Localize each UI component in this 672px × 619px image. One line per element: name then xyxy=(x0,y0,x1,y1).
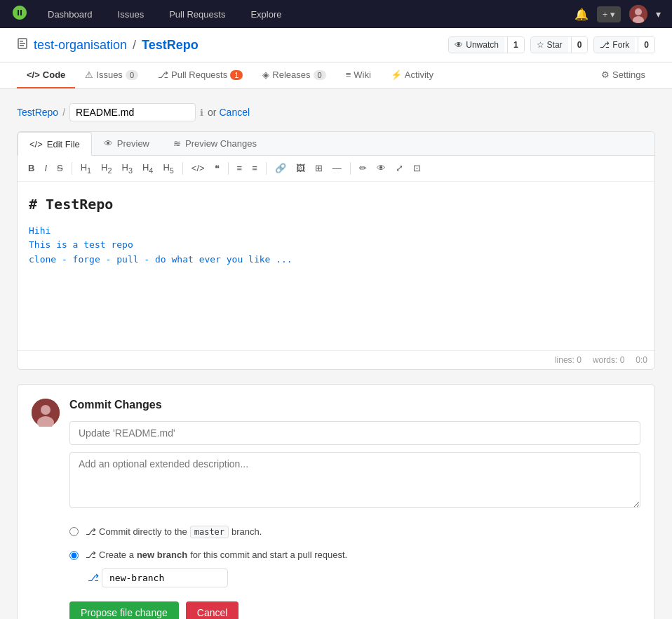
toolbar-sep-2 xyxy=(182,162,183,175)
site-logo[interactable] xyxy=(11,4,28,25)
editor-body[interactable]: # TestRepo Hihi This is a test repo clon… xyxy=(18,182,654,350)
editor-line-1: # TestRepo xyxy=(29,193,643,215)
unwatch-label[interactable]: 👁 Unwatch xyxy=(449,37,504,53)
or-text: or xyxy=(208,107,216,118)
tab-settings[interactable]: ⚙ Settings xyxy=(591,62,655,88)
ol-button[interactable]: ≡ xyxy=(248,161,261,175)
h3-button[interactable]: H3 xyxy=(119,160,136,177)
branch-name-row: ⎇ xyxy=(88,568,640,587)
hr-button[interactable]: — xyxy=(329,161,345,175)
editor-line-2: Hihi xyxy=(29,224,643,239)
side-by-side-button[interactable]: ⊡ xyxy=(410,161,424,175)
table-button[interactable]: ⊞ xyxy=(311,161,326,175)
preview-eye-icon: 👁 xyxy=(104,138,113,149)
fork-button[interactable]: ⎇ Fork 0 xyxy=(593,36,655,53)
pr-badge: 1 xyxy=(230,70,243,80)
create-button[interactable]: + ▾ xyxy=(597,6,621,22)
breadcrumb-repo-link[interactable]: TestRepo xyxy=(17,107,58,118)
unwatch-button[interactable]: 👁 Unwatch 1 xyxy=(448,36,524,53)
nav-explore[interactable]: Explore xyxy=(245,6,287,22)
filename-input[interactable] xyxy=(69,103,196,121)
releases-badge: 0 xyxy=(314,70,326,80)
cancel-link[interactable]: Cancel xyxy=(220,107,250,118)
nav-dashboard[interactable]: Dashboard xyxy=(42,6,98,22)
releases-icon: ◈ xyxy=(262,69,269,80)
lines-count: lines: 0 xyxy=(555,355,582,365)
star-label[interactable]: ☆ Star xyxy=(531,37,568,53)
strikethrough-button[interactable]: S xyxy=(53,161,67,175)
activity-icon: ⚡ xyxy=(391,69,402,80)
bold-button[interactable]: B xyxy=(25,161,38,175)
nav-pull-requests[interactable]: Pull Requests xyxy=(163,6,231,22)
cancel-commit-button[interactable]: Cancel xyxy=(186,601,239,619)
italic-button[interactable]: I xyxy=(41,161,51,175)
repo-title-area: test-organisation / TestRepo xyxy=(17,38,199,53)
pr-icon: ⎇ xyxy=(158,69,168,80)
commit-title: Commit Changes xyxy=(69,399,640,411)
notifications-icon[interactable]: 🔔 xyxy=(574,8,589,21)
tab-edit-file[interactable]: </> Edit File xyxy=(18,132,92,156)
wiki-icon: ≡ xyxy=(346,69,351,80)
editor-container: </> Edit File 👁 Preview ≋ Preview Change… xyxy=(17,131,655,370)
tab-pull-requests[interactable]: ⎇ Pull Requests 1 xyxy=(148,62,253,88)
issues-icon: ⚠ xyxy=(85,69,93,80)
quote-button[interactable]: ❝ xyxy=(211,161,223,175)
commit-option-direct: ⎇ Commit directly to the master branch. xyxy=(69,520,640,544)
svg-point-8 xyxy=(41,405,51,415)
toolbar-sep-4 xyxy=(266,162,267,175)
commit-description-input[interactable] xyxy=(69,452,640,508)
main-content: TestRepo / ℹ or Cancel </> Edit File 👁 P… xyxy=(0,89,672,619)
h1-button[interactable]: H1 xyxy=(77,160,95,177)
info-icon: ℹ xyxy=(200,107,203,118)
editor-footer: lines: 0 words: 0 0:0 xyxy=(18,350,654,369)
user-avatar[interactable] xyxy=(629,5,647,23)
fork-count: 0 xyxy=(638,37,654,53)
issues-badge: 0 xyxy=(126,70,138,80)
commit-message-input[interactable] xyxy=(69,421,640,445)
tab-preview-changes[interactable]: ≋ Preview Changes xyxy=(161,132,269,155)
top-navigation: Dashboard Issues Pull Requests Explore 🔔… xyxy=(0,0,672,28)
branch-icon: ⎇ xyxy=(86,526,96,537)
editor-tabs: </> Edit File 👁 Preview ≋ Preview Change… xyxy=(18,132,654,156)
toolbar-sep-3 xyxy=(228,162,229,175)
tab-issues[interactable]: ⚠ Issues 0 xyxy=(75,62,148,88)
h4-button[interactable]: H4 xyxy=(139,160,156,177)
star-button[interactable]: ☆ Star 0 xyxy=(530,36,589,53)
h5-button[interactable]: H5 xyxy=(159,160,177,177)
tab-preview[interactable]: 👁 Preview xyxy=(92,132,161,155)
org-link[interactable]: test-organisation xyxy=(34,38,127,53)
branch-name-input[interactable] xyxy=(102,568,228,587)
code-inline-button[interactable]: </> xyxy=(188,161,208,175)
svg-rect-6 xyxy=(20,45,24,46)
nav-issues[interactable]: Issues xyxy=(112,6,150,22)
image-button[interactable]: 🖼 xyxy=(293,161,309,175)
svg-rect-5 xyxy=(20,43,25,44)
eye-button[interactable]: 👁 xyxy=(373,161,389,175)
commit-section: Commit Changes ⎇ Commit directly to the … xyxy=(17,384,655,619)
link-button[interactable]: 🔗 xyxy=(271,161,290,175)
code-icon: </> xyxy=(27,69,40,80)
commit-avatar xyxy=(32,399,60,427)
tab-code[interactable]: </> Code xyxy=(17,62,75,88)
unwatch-count: 1 xyxy=(507,37,524,53)
repo-tabs: </> Code ⚠ Issues 0 ⎇ Pull Requests 1 ◈ … xyxy=(0,62,672,89)
user-menu-chevron[interactable]: ▾ xyxy=(656,8,661,20)
branch-prefix-icon: ⎇ xyxy=(88,572,99,583)
repo-link[interactable]: TestRepo xyxy=(142,38,199,53)
ul-button[interactable]: ≡ xyxy=(234,161,246,175)
commit-option-new-branch: ⎇ Create a new branch for this commit an… xyxy=(69,544,640,566)
fullscreen-button[interactable]: ⤢ xyxy=(392,161,407,175)
commit-new-branch-radio[interactable] xyxy=(69,551,79,560)
fork-label[interactable]: ⎇ Fork xyxy=(594,37,635,53)
settings-icon: ⚙ xyxy=(601,69,610,80)
tab-releases[interactable]: ◈ Releases 0 xyxy=(253,62,335,88)
editor-line-4: clone - forge - pull - do what ever you … xyxy=(29,253,643,267)
commit-direct-radio[interactable] xyxy=(69,527,79,536)
tab-wiki[interactable]: ≡ Wiki xyxy=(336,62,381,88)
h2-button[interactable]: H2 xyxy=(98,160,115,177)
propose-file-change-button[interactable]: Propose file change xyxy=(69,601,179,619)
tab-activity[interactable]: ⚡ Activity xyxy=(381,62,443,88)
repo-icon xyxy=(17,38,28,53)
diff-icon: ≋ xyxy=(173,138,181,149)
pen-button[interactable]: ✏ xyxy=(356,161,370,175)
